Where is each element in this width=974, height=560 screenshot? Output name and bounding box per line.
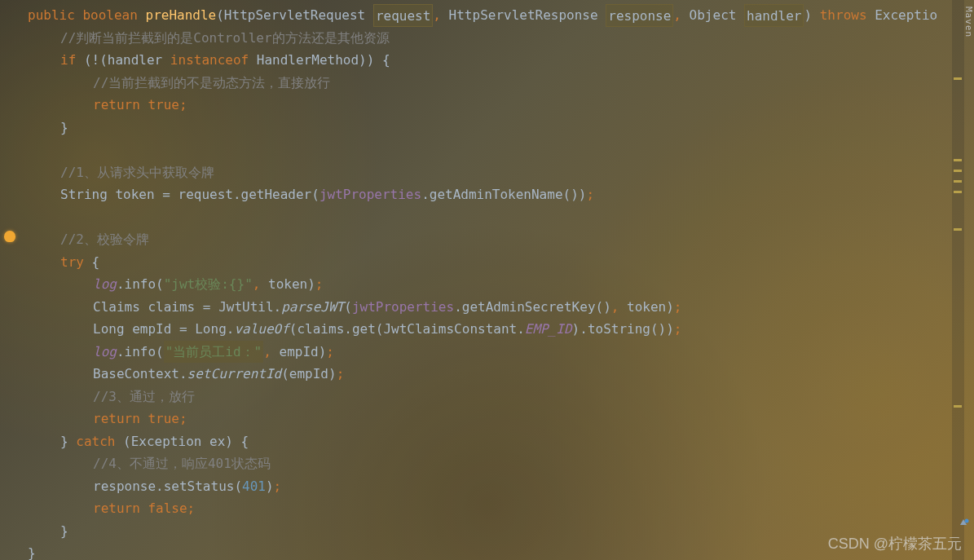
watermark-text: CSDN @柠檬茶五元: [828, 534, 962, 553]
code-line: if (!(handler instanceof HandlerMethod))…: [0, 49, 952, 72]
warning-marker[interactable]: [954, 228, 962, 231]
code-line: //4、不通过，响应401状态码: [0, 452, 952, 475]
code-line: String token = request.getHeader(jwtProp…: [0, 183, 952, 206]
code-line: //1、从请求头中获取令牌: [0, 161, 952, 184]
code-line: try {: [0, 251, 952, 274]
comment: //3、通过，放行: [93, 386, 195, 408]
code-line: public boolean preHandle(HttpServletRequ…: [0, 4, 952, 27]
svg-point-0: [965, 519, 969, 523]
notification-icon[interactable]: [958, 518, 969, 529]
warning-marker[interactable]: [954, 180, 962, 183]
comment: //判断当前拦截到的是Controller的方法还是其他资源: [60, 27, 390, 50]
keyword: return: [93, 94, 140, 117]
comment: //2、校验令牌: [60, 228, 149, 251]
comment: //1、从请求头中获取令牌: [60, 161, 214, 184]
string-literal: "jwt校验:{}": [164, 273, 253, 296]
keyword: public: [28, 4, 75, 27]
method-name: preHandle: [146, 4, 217, 27]
code-line: BaseContext.setCurrentId(empId);: [0, 363, 952, 386]
static-field: EMP_ID: [525, 318, 572, 341]
code-line: }: [0, 117, 952, 139]
code-line: return true;: [0, 408, 952, 430]
code-line: Long empId = Long.valueOf(claims.get(Jwt…: [0, 318, 952, 341]
keyword: return: [93, 497, 140, 520]
warning-marker[interactable]: [954, 191, 962, 193]
keyword: return: [93, 408, 140, 430]
code-line: //3、通过，放行: [0, 386, 952, 408]
code-line: //判断当前拦截到的是Controller的方法还是其他资源: [0, 27, 952, 50]
warning-marker[interactable]: [954, 170, 962, 172]
keyword: boolean: [82, 4, 137, 27]
static-method: setCurrentId: [187, 363, 282, 386]
param-request: request: [373, 4, 433, 27]
code-line: return false;: [0, 497, 952, 520]
field: jwtProperties: [320, 183, 421, 206]
keyword: instanceof: [170, 49, 249, 72]
code-line: log.info("jwt校验:{}", token);: [0, 273, 952, 296]
keyword: try: [60, 251, 84, 274]
intention-bulb-icon[interactable]: [4, 231, 15, 242]
field: log: [93, 341, 117, 364]
code-line: }: [0, 542, 952, 560]
param-response: response: [606, 4, 673, 27]
keyword: if: [60, 49, 76, 72]
static-method: parseJWT: [281, 296, 344, 319]
warning-marker[interactable]: [954, 77, 962, 80]
code-line-empty: [0, 139, 952, 161]
code-line: } catch (Exception ex) {: [0, 430, 952, 453]
comment: //当前拦截到的不是动态方法，直接放行: [93, 72, 330, 95]
number-literal: 401: [242, 475, 266, 498]
code-line: //当前拦截到的不是动态方法，直接放行: [0, 72, 952, 95]
code-line: Claims claims = JwtUtil.parseJWT(jwtProp…: [0, 296, 952, 319]
code-line: //2、校验令牌: [0, 228, 952, 251]
code-line-empty: [0, 206, 952, 229]
string-literal-highlighted: "当前员工id：": [164, 341, 264, 364]
code-editor[interactable]: public boolean preHandle(HttpServletRequ…: [0, 0, 952, 560]
warning-marker[interactable]: [954, 159, 962, 161]
static-method: valueOf: [234, 318, 289, 341]
code-line: response.setStatus(401);: [0, 475, 952, 498]
maven-tool-tab[interactable]: Maven: [964, 7, 974, 37]
comment: //4、不通过，响应401状态码: [93, 452, 271, 475]
code-line: log.info("当前员工id：", empId);: [0, 341, 952, 364]
code-line: }: [0, 520, 952, 543]
param-handler: handler: [744, 4, 804, 27]
keyword: catch: [76, 430, 115, 453]
code-line: return true;: [0, 94, 952, 117]
keyword: throws: [820, 4, 867, 27]
field: jwtProperties: [352, 296, 454, 319]
error-stripe[interactable]: [952, 0, 964, 560]
field: log: [93, 273, 117, 296]
warning-marker[interactable]: [954, 405, 962, 408]
left-gutter: [0, 0, 18, 560]
